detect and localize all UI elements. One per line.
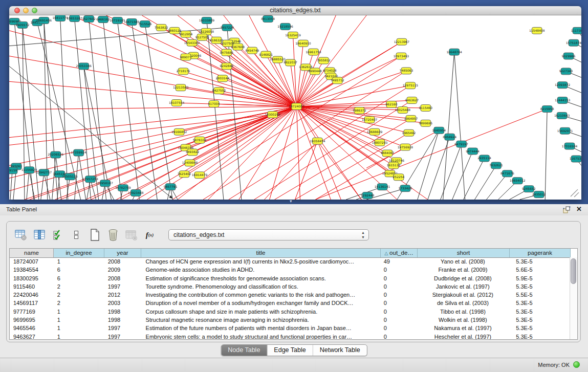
network-node[interactable]: 16914479 (192, 172, 208, 179)
new-document-icon[interactable] (88, 228, 101, 242)
cell-short[interactable]: Dudbridge et al. (2008) (417, 274, 509, 282)
network-node[interactable]: 7625402 (178, 171, 191, 178)
select-all-icon[interactable] (51, 228, 64, 242)
network-node[interactable]: 10025488 (395, 107, 411, 114)
cell-name[interactable]: 9463627 (10, 333, 54, 339)
network-node[interactable]: 1615132 (387, 162, 401, 169)
network-node[interactable]: 17957253 (82, 176, 98, 183)
cell-out_degree[interactable]: 0 (380, 266, 417, 274)
cell-out_degree[interactable]: 0 (380, 274, 417, 282)
cell-title[interactable]: Changes of HCN gene expression and I(f) … (141, 257, 380, 266)
cell-name[interactable]: 9699695 (10, 316, 54, 324)
cell-pagerank[interactable]: 5.3E-5 (509, 299, 570, 307)
network-node[interactable]: 18107554 (169, 100, 185, 106)
network-node[interactable]: 10654012 (510, 178, 526, 184)
cell-out_degree[interactable]: 0 (380, 316, 417, 324)
table-scrollbar[interactable] (570, 257, 577, 339)
network-node[interactable]: 9329966 (562, 53, 576, 59)
cell-title[interactable]: Disruption of a novel member of a sodium… (141, 299, 380, 307)
cell-title[interactable]: Estimation of the future numbers of pati… (141, 324, 380, 332)
cell-short[interactable]: Yano et al. (2008) (417, 257, 509, 266)
network-node[interactable]: 19756928 (398, 144, 413, 150)
cell-short[interactable]: Hescheler et al. (1997) (417, 333, 509, 339)
column-header-name[interactable]: name (10, 249, 54, 257)
memory-status-indicator[interactable] (573, 361, 580, 368)
network-node[interactable]: 20053346 (76, 63, 92, 70)
cell-name[interactable]: 14569117 (10, 299, 54, 307)
network-node[interactable]: 12409948 (182, 160, 198, 166)
cell-title[interactable]: Genome-wide association studies in ADHD. (141, 266, 380, 274)
cell-pagerank[interactable]: 5.3E-5 (509, 282, 570, 291)
network-node[interactable]: 10688609 (367, 128, 383, 135)
network-node[interactable]: 8427552 (212, 87, 226, 94)
cell-name[interactable]: 9465546 (10, 324, 54, 332)
network-node[interactable]: 5878334 (193, 137, 207, 143)
cell-name[interactable]: 19384554 (10, 266, 54, 274)
network-node[interactable]: 12213583 (173, 84, 189, 91)
network-node[interactable]: 1292448 (361, 192, 375, 199)
cell-out_degree[interactable]: 0 (380, 291, 417, 299)
network-node[interactable]: 7632621 (489, 162, 503, 169)
network-node[interactable]: 8215958 (540, 106, 554, 113)
minimize-window-button[interactable] (23, 8, 29, 13)
network-canvas[interactable]: 1696962240557218811302069140616411779106… (9, 15, 581, 200)
network-node[interactable]: 9475685 (220, 49, 234, 56)
table-row[interactable]: 969969511998Structural magnetic resonanc… (10, 316, 570, 324)
cell-name[interactable]: 18300295 (10, 274, 54, 282)
network-node[interactable]: 9884067 (381, 150, 395, 157)
float-panel-icon[interactable] (563, 206, 571, 213)
network-node[interactable]: 8454749 (245, 47, 259, 54)
cell-out_degree[interactable]: 0 (380, 333, 417, 339)
network-node[interactable]: 9857791 (164, 184, 178, 190)
network-graph[interactable]: 1696962240557218811302069140616411779106… (9, 15, 581, 200)
cell-in_degree[interactable]: 2 (54, 282, 104, 291)
network-node[interactable]: 6466162 (96, 16, 110, 23)
cell-title[interactable]: Investigating the contribution of common… (141, 291, 380, 299)
cell-title[interactable]: Structural magnetic resonance image aver… (141, 316, 380, 324)
scrollbar-thumb[interactable] (571, 258, 576, 284)
column-header-out_degree[interactable]: △out_de… (381, 249, 418, 257)
table-row[interactable]: 1872400712008Changes of HCN gene express… (10, 257, 570, 266)
network-node[interactable]: 7986372 (353, 107, 366, 114)
cell-pagerank[interactable]: 5.5E-5 (509, 291, 570, 299)
network-node[interactable]: 2435012 (532, 191, 546, 198)
network-node[interactable]: 7955812 (317, 57, 331, 64)
network-node[interactable]: 252254 (393, 174, 405, 181)
network-node[interactable]: 16671585 (124, 18, 140, 25)
network-node[interactable]: 10958187 (97, 180, 113, 187)
network-node[interactable]: 1965492 (402, 129, 416, 136)
cell-out_degree[interactable]: 49 (380, 257, 417, 266)
cell-out_degree[interactable]: 0 (380, 282, 417, 291)
cell-year[interactable]: 1997 (104, 333, 141, 339)
network-node[interactable]: 16033809 (199, 17, 215, 24)
cell-in_degree[interactable]: 1 (54, 316, 104, 324)
network-node[interactable]: 2367608 (231, 43, 245, 50)
network-node[interactable]: 962160 (386, 101, 398, 108)
network-node[interactable]: 3493822 (186, 149, 200, 156)
cell-year[interactable]: 2009 (104, 266, 141, 274)
table-row[interactable]: 1456911722003Disruption of a novel membe… (10, 299, 570, 307)
network-node[interactable]: 1117307 (571, 27, 581, 34)
column-header-year[interactable]: year (104, 249, 141, 257)
network-node[interactable]: 9899695 (419, 120, 433, 126)
cell-short[interactable]: Nakamura et al. (1997) (417, 324, 509, 332)
network-node[interactable]: 12923448 (128, 190, 144, 196)
cell-in_degree[interactable]: 2 (54, 299, 104, 307)
table-row[interactable]: 2242004622012Investigating the contribut… (10, 291, 570, 299)
network-node[interactable]: 9242848 (220, 63, 234, 70)
network-node[interactable]: 6479197 (454, 141, 468, 147)
network-node[interactable]: 9245652 (522, 186, 536, 192)
network-node[interactable]: 9474444 (466, 148, 480, 155)
cell-short[interactable]: Tibbo et al. (1998) (417, 308, 509, 316)
cell-year[interactable]: 1998 (104, 316, 141, 324)
table-settings-icon[interactable] (14, 228, 28, 242)
network-node[interactable]: 1527602 (82, 15, 96, 22)
network-node[interactable]: 12975115 (403, 82, 419, 89)
network-node[interactable]: 2405572 (16, 21, 30, 28)
cell-pagerank[interactable]: 5.3E-5 (509, 324, 570, 332)
network-node[interactable]: 2718176 (177, 68, 190, 75)
network-node[interactable]: 8471676 (500, 170, 514, 177)
network-window-titlebar[interactable]: citations_edges.txt (9, 6, 581, 15)
network-node[interactable]: 9227343 (559, 68, 573, 75)
network-node[interactable]: 8822037 (284, 59, 297, 66)
